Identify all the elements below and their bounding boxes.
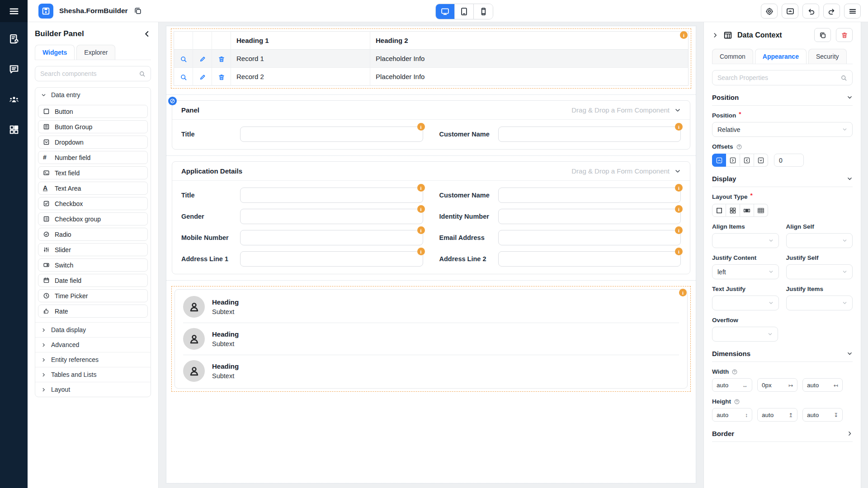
field-input[interactable]: i (498, 230, 681, 245)
overflow-select[interactable] (712, 327, 778, 342)
align-self-select[interactable] (786, 233, 853, 248)
text-justify-select[interactable] (712, 296, 779, 310)
width-input-1[interactable]: 0px↦ (757, 378, 797, 392)
sidebar-item-modules[interactable] (5, 123, 23, 136)
field-input[interactable]: i (498, 127, 681, 142)
panel-component[interactable]: Panel Drag & Drop a Form Component Title… (172, 100, 690, 150)
widget-button-group[interactable]: Button Group (38, 120, 148, 133)
device-toggle-tablet[interactable] (455, 4, 474, 19)
form-canvas[interactable]: i Heading 1Heading 2 Record 1Placeholder… (166, 26, 696, 483)
layout-type-flex-button[interactable] (740, 204, 754, 217)
duplicate-component-button[interactable] (814, 28, 831, 42)
offset-up-button[interactable] (712, 154, 726, 167)
section-dimensions[interactable]: Dimensions (712, 350, 853, 362)
info-icon[interactable]: i (417, 184, 425, 192)
collapse-panel-icon[interactable] (675, 107, 681, 113)
widget-dropdown[interactable]: Dropdown (38, 136, 148, 149)
widget-radio[interactable]: Radio (38, 228, 148, 241)
copy-form-name-icon[interactable] (134, 7, 142, 15)
device-toggle-desktop[interactable] (436, 4, 455, 19)
delete-component-button[interactable] (836, 28, 853, 42)
info-icon[interactable]: i (417, 123, 425, 131)
field-input[interactable]: i (240, 188, 423, 203)
list-item[interactable]: HeadingSubtext (183, 323, 679, 355)
sidebar-menu-button[interactable] (0, 0, 28, 22)
widget-group-entity-references[interactable]: Entity references (35, 352, 151, 367)
widget-number-field[interactable]: #Number field (38, 151, 148, 164)
tab-appearance[interactable]: Appearance (755, 49, 807, 64)
help-icon[interactable] (731, 369, 738, 375)
position-select[interactable]: Relative (712, 122, 853, 137)
row-edit-icon[interactable] (199, 74, 206, 81)
field-input[interactable]: i (498, 209, 681, 224)
widget-checkbox[interactable]: Checkbox (38, 197, 148, 210)
row-edit-icon[interactable] (199, 56, 206, 63)
height-input-2[interactable]: auto↧ (802, 408, 843, 422)
justify-content-select[interactable]: left (712, 264, 779, 279)
justify-self-select[interactable] (786, 264, 853, 279)
section-display[interactable]: Display (712, 175, 853, 187)
field-input[interactable]: i (498, 188, 681, 203)
width-input-0[interactable]: auto↔ (712, 378, 752, 392)
justify-items-select[interactable] (786, 296, 853, 310)
row-delete-icon[interactable] (218, 56, 225, 63)
info-icon[interactable]: i (675, 205, 683, 213)
widget-rate[interactable]: Rate (38, 305, 148, 318)
align-items-select[interactable] (712, 233, 779, 248)
offset-right-button[interactable] (726, 154, 740, 167)
row-delete-icon[interactable] (218, 74, 225, 81)
tab-common[interactable]: Common (712, 49, 753, 64)
field-input[interactable]: i (240, 127, 423, 142)
help-icon[interactable] (736, 144, 742, 150)
offset-left-button[interactable] (740, 154, 754, 167)
row-search-icon[interactable] (180, 74, 187, 81)
widget-time-picker[interactable]: Time Picker (38, 289, 148, 302)
collapse-builder-panel-icon[interactable] (143, 30, 151, 38)
info-icon[interactable]: i (680, 31, 688, 39)
redo-button[interactable] (823, 4, 840, 19)
info-icon[interactable]: i (675, 184, 683, 192)
section-position[interactable]: Position (712, 94, 853, 106)
offset-value-input[interactable]: 0 (774, 154, 804, 167)
datatable-component[interactable]: i Heading 1Heading 2 Record 1Placeholder… (171, 28, 691, 89)
widget-group-data-entry[interactable]: Data entry (35, 88, 151, 102)
info-icon[interactable]: i (675, 248, 683, 255)
list-item[interactable]: HeadingSubtext (183, 355, 679, 387)
search-properties-input[interactable] (717, 74, 840, 81)
field-input[interactable]: i (240, 230, 423, 245)
settings-button[interactable] (761, 4, 778, 19)
sidebar-item-comments[interactable] (5, 62, 23, 76)
collapse-properties-icon[interactable] (712, 32, 718, 38)
widget-date-field[interactable]: Date field (38, 274, 148, 287)
tab-security[interactable]: Security (808, 49, 847, 64)
application-details-component[interactable]: Application Details Drag & Drop a Form C… (172, 161, 690, 274)
search-components-input[interactable] (40, 70, 139, 77)
offset-down-button[interactable] (754, 154, 768, 167)
info-icon[interactable]: i (675, 123, 683, 131)
widget-checkbox-group[interactable]: Checkbox group (38, 212, 148, 225)
tab-explorer[interactable]: Explorer (76, 45, 115, 60)
widget-text-area[interactable]: AText Area (38, 182, 148, 195)
info-icon[interactable]: i (675, 226, 683, 234)
table-row[interactable]: Record 1Placeholder Info (174, 50, 689, 68)
collapse-panel-icon[interactable] (675, 168, 681, 174)
undo-button[interactable] (802, 4, 819, 19)
section-border[interactable]: Border (712, 430, 853, 442)
field-input[interactable]: i (498, 251, 681, 267)
tab-widgets[interactable]: Widgets (35, 45, 75, 60)
widget-group-advanced[interactable]: Advanced (35, 337, 151, 352)
list-component[interactable]: i HeadingSubtextHeadingSubtextHeadingSub… (171, 286, 691, 392)
help-icon[interactable] (734, 399, 740, 405)
device-toggle-mobile[interactable] (474, 4, 493, 19)
height-input-1[interactable]: auto↥ (757, 408, 797, 422)
widget-group-tables-and-lists[interactable]: Tables and Lists (35, 367, 151, 382)
info-icon[interactable]: i (417, 248, 425, 255)
sidebar-item-users[interactable] (5, 93, 23, 106)
widget-button[interactable]: Button (38, 105, 148, 118)
preview-button[interactable] (782, 4, 798, 19)
table-row[interactable]: Record 2Placeholder Info (174, 68, 689, 86)
widget-group-data-display[interactable]: Data display (35, 322, 151, 337)
properties-search[interactable] (712, 70, 853, 85)
field-input[interactable]: i (240, 251, 423, 267)
layout-type-grid-button[interactable] (726, 204, 740, 217)
